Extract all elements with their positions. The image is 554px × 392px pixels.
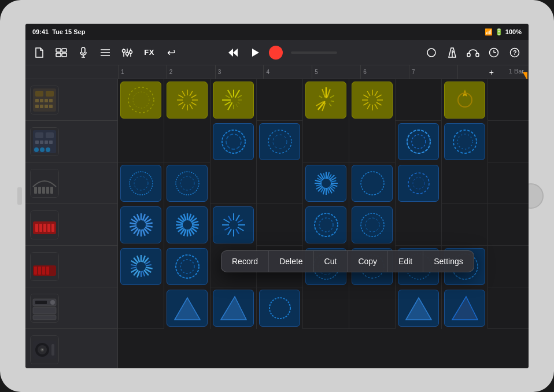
grid-cell-1-2[interactable] <box>164 79 210 121</box>
track-1[interactable] <box>25 79 117 121</box>
grid-cell-6-3[interactable] <box>210 287 257 329</box>
grid-cell-2-6[interactable] <box>349 121 396 162</box>
add-track-button[interactable]: + <box>489 68 494 77</box>
clip-4-6[interactable] <box>352 206 393 243</box>
grid-cell-3-3[interactable] <box>210 162 257 204</box>
clip-6-7[interactable] <box>398 290 439 327</box>
context-menu-copy[interactable]: Copy <box>348 251 388 272</box>
context-menu-settings[interactable]: Settings <box>423 251 474 272</box>
help-button[interactable]: ? <box>505 43 524 62</box>
grid-cell-3-1[interactable] <box>118 162 164 204</box>
clip-3-2[interactable] <box>167 165 208 202</box>
playhead-slider[interactable] <box>291 51 337 54</box>
grid-cell-5-1[interactable] <box>118 246 164 287</box>
clip-4-5[interactable] <box>305 206 346 243</box>
grid-cell-3-5a[interactable] <box>303 162 349 204</box>
track-3[interactable] <box>25 162 117 204</box>
clip-1-8[interactable] <box>444 82 485 119</box>
rewind-button[interactable] <box>223 43 243 62</box>
tracks-list-button[interactable] <box>96 43 115 62</box>
clip-2-8[interactable] <box>444 123 485 160</box>
grid-cell-1-6[interactable] <box>349 79 396 121</box>
grid-cell-1-1[interactable] <box>118 79 164 121</box>
grid-cell-1-7[interactable] <box>396 79 442 121</box>
grid-cell-6-5[interactable] <box>303 287 349 329</box>
grid-cell-4-1[interactable] <box>118 204 164 246</box>
grid-cell-4-6[interactable] <box>349 204 396 246</box>
loop-button[interactable] <box>422 43 441 62</box>
grid-cell-4-5[interactable] <box>303 204 349 246</box>
context-menu-cut[interactable]: Cut <box>314 251 348 272</box>
clip-4-1[interactable] <box>120 206 161 243</box>
grid-cell-1-5[interactable] <box>303 79 349 121</box>
tracks-button[interactable] <box>52 43 71 62</box>
grid-cell-3-6[interactable] <box>349 162 396 204</box>
clip-3-1[interactable] <box>120 165 161 202</box>
grid-cell-6-8[interactable] <box>442 287 488 329</box>
grid-cell-4-2[interactable] <box>164 204 210 246</box>
clip-3-5a[interactable] <box>305 165 346 202</box>
grid-cell-1-8[interactable] <box>442 79 488 121</box>
context-menu-edit[interactable]: Edit <box>388 251 423 272</box>
clip-3-6[interactable] <box>352 165 393 202</box>
clip-5-1[interactable] <box>120 248 161 285</box>
grid-cell-2-8[interactable] <box>442 121 488 162</box>
clip-6-4[interactable] <box>259 290 300 327</box>
context-menu-delete[interactable]: Delete <box>269 251 313 272</box>
mic-button[interactable] <box>74 43 93 62</box>
grid-cell-1-4[interactable] <box>257 79 303 121</box>
grid-cell-6-4[interactable] <box>257 287 303 329</box>
grid-cell-2-1[interactable] <box>118 121 164 162</box>
track-4[interactable] <box>25 204 117 246</box>
undo-button[interactable]: ↩ <box>162 43 180 62</box>
grid-cell-4-3[interactable] <box>210 204 257 246</box>
grid-cell-2-2[interactable] <box>164 121 210 162</box>
clip-1-6[interactable] <box>352 82 393 119</box>
grid-cell-6-1[interactable] <box>118 287 164 329</box>
grid-cell-6-9[interactable] <box>488 287 529 329</box>
clip-1-1[interactable] <box>120 82 161 119</box>
grid-cell-3-2[interactable] <box>164 162 210 204</box>
grid-cell-6-7[interactable] <box>396 287 442 329</box>
clip-3-7[interactable] <box>398 165 439 202</box>
grid-cell-3-7[interactable] <box>396 162 442 204</box>
clip-6-2[interactable] <box>167 290 208 327</box>
grid-cell-1-3[interactable] <box>210 79 257 121</box>
grid-cell-6-6[interactable] <box>349 287 396 329</box>
grid-cell-3-8[interactable] <box>442 162 488 204</box>
grid-cell-4-8[interactable] <box>442 204 488 246</box>
clip-1-2[interactable] <box>167 82 208 119</box>
clip-1-5[interactable] <box>305 82 346 119</box>
clip-4-3[interactable] <box>213 206 254 243</box>
context-menu-record[interactable]: Record <box>221 251 269 272</box>
clip-6-3[interactable] <box>213 290 254 327</box>
headphones-button[interactable] <box>464 43 482 62</box>
track-2[interactable] <box>25 121 117 162</box>
grid-cell-6-2[interactable] <box>164 287 210 329</box>
new-file-button[interactable] <box>30 43 49 62</box>
grid-cell-2-5[interactable] <box>303 121 349 162</box>
metronome-button[interactable] <box>443 43 461 62</box>
track-6[interactable] <box>25 287 117 329</box>
fx-button[interactable]: FX <box>140 43 158 62</box>
play-button[interactable] <box>245 43 265 62</box>
record-button[interactable] <box>269 46 283 60</box>
grid-cell-5-2[interactable] <box>164 246 210 287</box>
clip-4-2[interactable] <box>167 206 208 243</box>
clip-6-8[interactable] <box>444 290 485 327</box>
mixer-button[interactable] <box>118 43 136 62</box>
clip-2-7[interactable] <box>398 123 439 160</box>
grid-cell-4-4[interactable] <box>257 204 303 246</box>
clip-5-2[interactable] <box>167 248 208 285</box>
grid-cell-2-3[interactable] <box>210 121 257 162</box>
clip-2-4[interactable] <box>259 123 300 160</box>
clip-2-3[interactable] <box>213 123 254 160</box>
grid-cell-3-4[interactable] <box>257 162 303 204</box>
clock-button[interactable] <box>485 43 503 62</box>
side-button[interactable] <box>17 187 22 205</box>
track-7[interactable] <box>25 329 117 368</box>
clip-1-3[interactable] <box>213 82 254 119</box>
grid-cell-2-4[interactable] <box>257 121 303 162</box>
grid-cell-4-7[interactable] <box>396 204 442 246</box>
grid-cell-2-7[interactable] <box>396 121 442 162</box>
